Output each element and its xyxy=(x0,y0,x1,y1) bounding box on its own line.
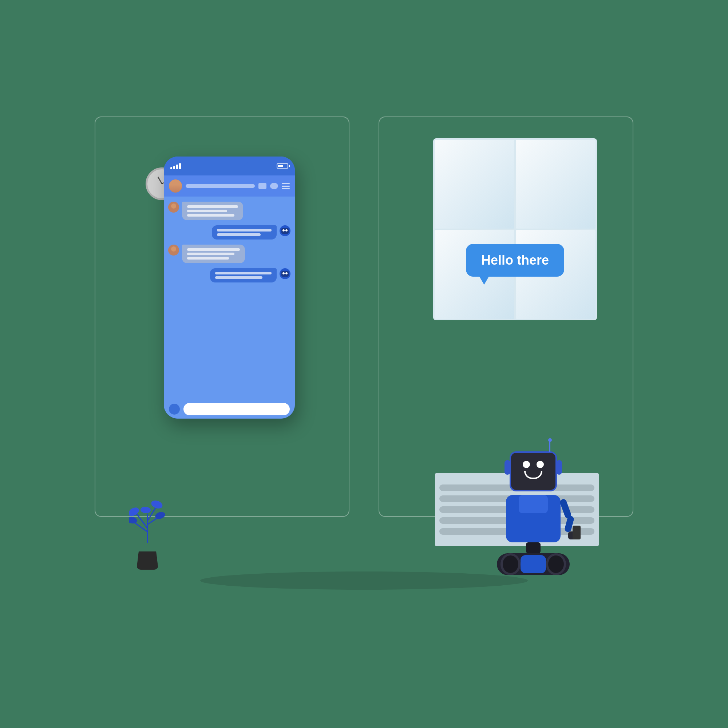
robot-wheel-center xyxy=(520,555,546,573)
robot-chest-panel xyxy=(519,495,548,513)
robot-waist xyxy=(526,542,541,553)
speech-bubble-text: Hello there xyxy=(481,252,549,268)
svg-rect-2 xyxy=(281,228,289,234)
plant-pot xyxy=(136,551,158,570)
chat-input-bar xyxy=(164,400,295,419)
svg-rect-7 xyxy=(281,271,289,277)
call-icon[interactable] xyxy=(270,183,278,189)
svg-rect-1 xyxy=(170,209,177,213)
message-bubble-received xyxy=(182,202,243,220)
message-bubble-received xyxy=(182,245,245,263)
plant-svg xyxy=(129,492,166,550)
svg-point-5 xyxy=(171,246,176,252)
phone-status-bar xyxy=(164,156,295,176)
battery-fill xyxy=(278,165,283,167)
svg-point-16 xyxy=(150,499,164,510)
robot-head xyxy=(509,451,557,491)
message-text-line xyxy=(217,233,261,236)
window-pane xyxy=(516,140,595,229)
message-bubble-sent xyxy=(212,225,277,240)
signal-bar xyxy=(176,165,178,169)
svg-point-3 xyxy=(283,229,284,231)
robot xyxy=(482,451,584,575)
message-row xyxy=(168,245,291,263)
signal-bar xyxy=(173,166,175,169)
robot-antenna xyxy=(549,441,551,452)
svg-point-4 xyxy=(285,229,288,231)
robot-held-phone xyxy=(573,526,581,540)
robot-eye-right xyxy=(537,461,544,468)
robot-wheel-right xyxy=(546,553,566,575)
robot-smile xyxy=(524,471,542,479)
message-text-line xyxy=(215,272,272,274)
message-text-line xyxy=(187,257,229,260)
svg-point-17 xyxy=(129,516,138,525)
window-frame xyxy=(433,138,597,320)
plant xyxy=(129,492,166,570)
robot-arm xyxy=(559,499,581,535)
message-avatar xyxy=(168,245,179,255)
robot-body xyxy=(506,495,561,542)
robot-ear-left xyxy=(505,460,510,475)
svg-line-11 xyxy=(136,514,147,528)
video-call-icon[interactable] xyxy=(258,183,266,189)
message-row xyxy=(168,225,291,240)
bot-avatar xyxy=(280,268,291,279)
svg-point-19 xyxy=(140,506,151,514)
svg-line-13 xyxy=(135,523,147,532)
window xyxy=(433,138,597,320)
bot-avatar xyxy=(280,225,291,236)
contact-avatar xyxy=(169,179,182,193)
svg-rect-6 xyxy=(170,252,177,255)
menu-icon[interactable] xyxy=(282,183,290,189)
phone-notch xyxy=(211,156,248,166)
message-row xyxy=(168,268,291,283)
robot-eyes xyxy=(511,453,555,468)
window-pane xyxy=(434,140,514,229)
avatar-face xyxy=(169,179,182,193)
send-button[interactable] xyxy=(169,404,180,414)
message-input[interactable] xyxy=(184,403,290,415)
message-text-line xyxy=(217,229,272,231)
chat-header xyxy=(164,176,295,197)
message-bubble-sent xyxy=(210,268,277,283)
message-text-line xyxy=(187,214,234,217)
message-text-line xyxy=(187,252,234,255)
message-text-line xyxy=(187,210,227,212)
header-icons xyxy=(258,183,290,189)
contact-name xyxy=(186,184,255,188)
message-text-line xyxy=(187,248,240,251)
robot-ear-right xyxy=(556,460,562,475)
robot-wheel-left xyxy=(500,553,520,575)
chat-messages xyxy=(164,197,295,400)
phone xyxy=(164,156,295,419)
signal-bars-icon xyxy=(170,163,181,169)
signal-bar xyxy=(179,163,181,169)
message-text-line xyxy=(187,205,238,208)
message-row xyxy=(168,202,291,220)
signal-bar xyxy=(170,167,172,169)
message-avatar xyxy=(168,202,179,213)
svg-point-8 xyxy=(283,272,284,274)
scene: Hello there xyxy=(73,73,655,655)
svg-point-9 xyxy=(285,272,288,274)
robot-wheel-base xyxy=(497,553,570,575)
floor-shadow xyxy=(200,572,528,590)
svg-point-0 xyxy=(171,203,176,209)
speech-bubble: Hello there xyxy=(466,244,564,277)
battery-icon xyxy=(277,164,288,168)
robot-eye-left xyxy=(523,461,530,468)
message-text-line xyxy=(215,276,262,279)
